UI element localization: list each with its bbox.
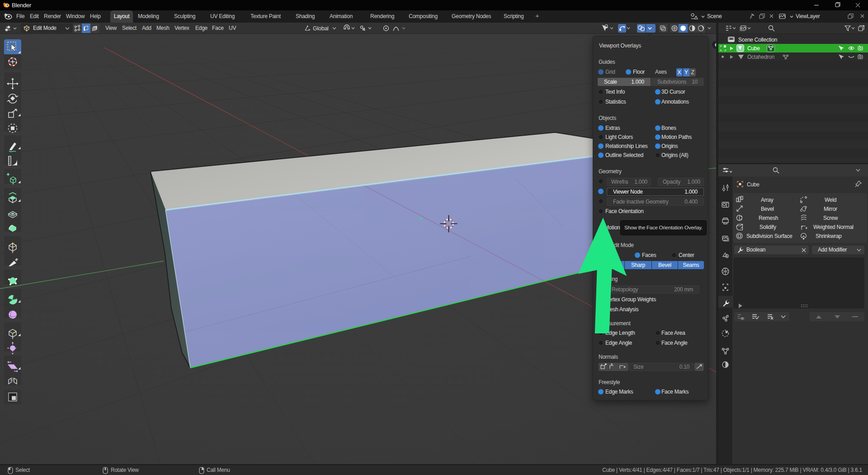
svg-text:Global: Global (313, 25, 329, 32)
